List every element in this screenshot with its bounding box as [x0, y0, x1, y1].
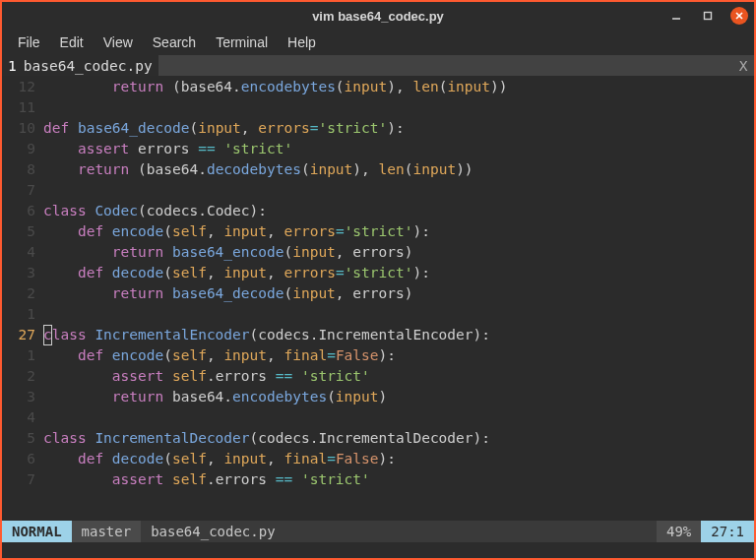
code-line[interactable]: 7 assert self.errors == 'strict' [2, 469, 754, 490]
menu-file[interactable]: File [10, 32, 48, 52]
line-number: 5 [2, 428, 43, 449]
vim-tabline: 1 base64_codec.py X [2, 55, 754, 76]
line-number: 9 [2, 139, 43, 159]
line-number: 4 [2, 407, 43, 428]
code-content[interactable]: def base64_decode(input, errors='strict'… [43, 118, 754, 139]
editor-area[interactable]: 12 return (base64.encodebytes(input), le… [2, 76, 754, 521]
code-line[interactable]: 9 assert errors == 'strict' [2, 139, 754, 159]
code-line[interactable]: 4 return base64_encode(input, errors) [2, 242, 754, 263]
tab-index: 1 [8, 58, 17, 74]
window-title: vim base64_codec.py [2, 9, 754, 24]
line-number: 4 [2, 242, 43, 263]
code-line[interactable]: 12 return (base64.encodebytes(input), le… [2, 77, 754, 97]
close-button[interactable] [730, 7, 748, 25]
code-line[interactable]: 6 def decode(self, input, final=False): [2, 449, 754, 469]
code-content[interactable]: def decode(self, input, errors='strict')… [43, 263, 754, 283]
code-line[interactable]: 27class IncrementalEncoder(codecs.Increm… [2, 325, 754, 345]
code-content[interactable]: assert self.errors == 'strict' [43, 366, 754, 387]
code-line[interactable]: 5 def encode(self, input, errors='strict… [2, 221, 754, 242]
code-line[interactable]: 4 [2, 407, 754, 428]
code-content[interactable]: return (base64.encodebytes(input), len(i… [43, 77, 754, 97]
tab-name: base64_codec.py [24, 58, 153, 74]
line-number: 10 [2, 118, 43, 139]
maximize-button[interactable] [699, 7, 717, 25]
code-content[interactable]: def encode(self, input, errors='strict')… [43, 221, 754, 242]
line-number: 6 [2, 201, 43, 221]
line-number: 2 [2, 366, 43, 387]
line-number: 27 [2, 325, 43, 345]
code-line[interactable]: 3 def decode(self, input, errors='strict… [2, 263, 754, 283]
menu-edit[interactable]: Edit [52, 32, 92, 52]
code-content[interactable]: assert errors == 'strict' [43, 139, 754, 159]
minimize-icon [671, 11, 681, 21]
code-content[interactable]: return base64_decode(input, errors) [43, 283, 754, 304]
line-number: 1 [2, 304, 43, 325]
line-number: 1 [2, 345, 43, 366]
code-line[interactable]: 1 def encode(self, input, final=False): [2, 345, 754, 366]
vim-tab[interactable]: 1 base64_codec.py [2, 55, 158, 76]
line-number: 11 [2, 97, 43, 118]
code-line[interactable]: 7 [2, 180, 754, 201]
line-number: 2 [2, 283, 43, 304]
code-line[interactable]: 1 [2, 304, 754, 325]
statusline: NORMAL master base64_codec.py 49% 27:1 [2, 521, 754, 542]
code-content[interactable] [43, 304, 754, 325]
window-titlebar: vim base64_codec.py [2, 2, 754, 30]
menubar: File Edit View Search Terminal Help [2, 30, 754, 55]
menu-view[interactable]: View [95, 32, 141, 52]
line-number: 3 [2, 387, 43, 407]
code-content[interactable]: assert self.errors == 'strict' [43, 469, 754, 490]
code-content[interactable]: class IncrementalEncoder(codecs.Incremen… [43, 325, 754, 345]
code-content[interactable]: class Codec(codecs.Codec): [43, 201, 754, 221]
code-content[interactable]: return base64_encode(input, errors) [43, 242, 754, 263]
minimize-button[interactable] [667, 7, 685, 25]
code-line[interactable]: 6class Codec(codecs.Codec): [2, 201, 754, 221]
menu-search[interactable]: Search [145, 32, 204, 52]
line-number: 7 [2, 180, 43, 201]
code-content[interactable] [43, 180, 754, 201]
line-number: 12 [2, 77, 43, 97]
code-line[interactable]: 2 assert self.errors == 'strict' [2, 366, 754, 387]
code-content[interactable]: return (base64.decodebytes(input), len(i… [43, 159, 754, 180]
status-position: 27:1 [701, 521, 754, 542]
line-number: 5 [2, 221, 43, 242]
code-line[interactable]: 3 return base64.encodebytes(input) [2, 387, 754, 407]
code-content[interactable] [43, 407, 754, 428]
code-line[interactable]: 8 return (base64.decodebytes(input), len… [2, 159, 754, 180]
code-content[interactable]: def encode(self, input, final=False): [43, 345, 754, 366]
code-line[interactable]: 10def base64_decode(input, errors='stric… [2, 118, 754, 139]
window-controls [667, 7, 748, 25]
status-mode: NORMAL [2, 521, 72, 542]
terminal-window: vim base64_codec.py File Edit View Searc… [2, 2, 754, 558]
tabline-fill [158, 55, 732, 76]
code-content[interactable]: class IncrementalDecoder(codecs.Incremen… [43, 428, 754, 449]
tab-close[interactable]: X [732, 55, 754, 76]
code-line[interactable]: 2 return base64_decode(input, errors) [2, 283, 754, 304]
status-branch: master [72, 521, 142, 542]
maximize-icon [703, 11, 713, 21]
svg-rect-1 [705, 13, 712, 20]
terminal-bottom-pad [2, 542, 754, 558]
code-content[interactable]: def decode(self, input, final=False): [43, 449, 754, 469]
status-percent: 49% [657, 521, 701, 542]
menu-terminal[interactable]: Terminal [208, 32, 276, 52]
cursor: c [43, 325, 52, 345]
code-line[interactable]: 11 [2, 97, 754, 118]
close-icon [734, 11, 744, 21]
line-number: 3 [2, 263, 43, 283]
line-number: 8 [2, 159, 43, 180]
code-line[interactable]: 5class IncrementalDecoder(codecs.Increme… [2, 428, 754, 449]
code-content[interactable] [43, 97, 754, 118]
status-filename: base64_codec.py [141, 521, 284, 542]
status-fill [285, 521, 657, 542]
line-number: 6 [2, 449, 43, 469]
line-number: 7 [2, 469, 43, 490]
menu-help[interactable]: Help [280, 32, 324, 52]
code-content[interactable]: return base64.encodebytes(input) [43, 387, 754, 407]
